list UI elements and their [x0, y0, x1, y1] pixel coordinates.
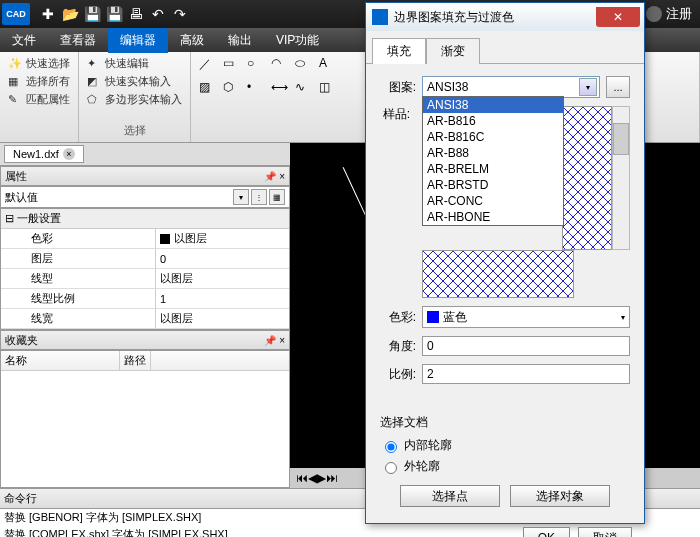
- quick-edit-btn[interactable]: ✦快速编辑: [87, 56, 182, 71]
- pattern-combo[interactable]: ANSI38 ▾ ANSI38 AR-B816 AR-B816C AR-B88 …: [422, 76, 600, 98]
- hatch-icon[interactable]: ▨: [199, 80, 217, 98]
- ellipse-icon[interactable]: ⬭: [295, 56, 313, 74]
- menu-viewer[interactable]: 查看器: [48, 28, 108, 53]
- prop-row[interactable]: 线型比例1: [1, 289, 289, 309]
- color-label: 色彩:: [380, 309, 416, 326]
- radio-inner[interactable]: 内部轮廓: [380, 437, 630, 454]
- preview-scrollbar[interactable]: [612, 106, 630, 250]
- props-section[interactable]: ⊟ 一般设置: [1, 209, 289, 229]
- menu-file[interactable]: 文件: [0, 28, 48, 53]
- fav-col-path[interactable]: 路径: [120, 351, 151, 370]
- select-all-btn[interactable]: ▦选择所有: [8, 74, 70, 89]
- chevron-down-icon[interactable]: ▾: [233, 189, 249, 205]
- ok-button[interactable]: OK: [523, 527, 570, 537]
- more-icon[interactable]: ▦: [269, 189, 285, 205]
- pick-objects-button[interactable]: 选择对象: [510, 485, 610, 507]
- combo-option[interactable]: AR-HBONE: [423, 209, 563, 225]
- dialog-body: 图案: ANSI38 ▾ ANSI38 AR-B816 AR-B816C AR-…: [366, 64, 644, 519]
- fav-col-name[interactable]: 名称: [1, 351, 120, 370]
- left-panel: New1.dxf × 属性 📌 × 默认值 ▾⋮▦ ⊟ 一般设置 色彩以图层 图…: [0, 143, 290, 488]
- pick-points-button[interactable]: 选择点: [400, 485, 500, 507]
- chevron-down-icon[interactable]: ▾: [621, 313, 625, 322]
- close-icon[interactable]: ×: [63, 148, 75, 160]
- fav-header: 收藏夹 📌 ×: [0, 330, 290, 350]
- prop-row[interactable]: 线型以图层: [1, 269, 289, 289]
- menu-advanced[interactable]: 高级: [168, 28, 216, 53]
- register-link[interactable]: 注册: [646, 5, 692, 23]
- radio-inner-input[interactable]: [385, 441, 397, 453]
- block-icon[interactable]: ◫: [319, 80, 337, 98]
- close-button[interactable]: ✕: [596, 7, 640, 27]
- poly-solid-btn[interactable]: ⬠多边形实体输入: [87, 92, 182, 107]
- print-icon[interactable]: 🖶: [126, 4, 146, 24]
- new-icon[interactable]: ✚: [38, 4, 58, 24]
- quick-select-btn[interactable]: ✨快速选择: [8, 56, 70, 71]
- poly-icon[interactable]: ⬡: [223, 80, 241, 98]
- tab-nav-next-icon[interactable]: ▶: [317, 471, 326, 485]
- props-default-combo[interactable]: 默认值 ▾⋮▦: [0, 186, 290, 208]
- combo-option[interactable]: AR-B816C: [423, 129, 563, 145]
- combo-option[interactable]: ANSI38: [423, 97, 563, 113]
- poly-icon: ⬠: [87, 93, 101, 107]
- dim-icon[interactable]: ⟷: [271, 80, 289, 98]
- dialog-icon: [372, 9, 388, 25]
- cancel-button[interactable]: 取消: [578, 527, 632, 537]
- match-props-btn[interactable]: ✎匹配属性: [8, 92, 70, 107]
- color-combo[interactable]: 蓝色 ▾: [422, 306, 630, 328]
- solid-icon: ◩: [87, 75, 101, 89]
- filetab[interactable]: New1.dxf ×: [4, 145, 84, 163]
- saveas-icon[interactable]: 💾: [104, 4, 124, 24]
- browse-button[interactable]: ...: [606, 76, 630, 98]
- combo-option[interactable]: AR-BRSTD: [423, 177, 563, 193]
- tab-nav-last-icon[interactable]: ⏭: [326, 471, 338, 485]
- filter-icon[interactable]: ⋮: [251, 189, 267, 205]
- rect-icon[interactable]: ▭: [223, 56, 241, 74]
- arc-icon[interactable]: ◠: [271, 56, 289, 74]
- doc-group-title: 选择文档: [380, 414, 630, 431]
- sample-label: 样品:: [380, 106, 410, 123]
- quick-solid-btn[interactable]: ◩快速实体输入: [87, 74, 182, 89]
- scale-label: 比例:: [380, 366, 416, 383]
- scale-input[interactable]: [422, 364, 630, 384]
- filetab-bar: New1.dxf ×: [0, 143, 290, 166]
- tab-fill[interactable]: 填充: [372, 38, 426, 64]
- select-icon: ▦: [8, 75, 22, 89]
- line-icon[interactable]: ／: [199, 56, 217, 74]
- pin-icon[interactable]: 📌 ×: [264, 335, 285, 346]
- chevron-down-icon[interactable]: ▾: [579, 78, 597, 96]
- combo-option[interactable]: AR-BRELM: [423, 161, 563, 177]
- svg-rect-1: [423, 251, 573, 297]
- color-value: 蓝色: [443, 309, 467, 326]
- tab-nav-first-icon[interactable]: ⏮: [296, 471, 308, 485]
- menu-editor[interactable]: 编辑器: [108, 28, 168, 53]
- radio-outer-input[interactable]: [385, 462, 397, 474]
- dialog-title: 边界图案填充与过渡色: [394, 9, 514, 26]
- dialog-titlebar[interactable]: 边界图案填充与过渡色 ✕: [366, 3, 644, 31]
- pattern-value: ANSI38: [427, 80, 468, 94]
- radio-outer[interactable]: 外轮廓: [380, 458, 630, 475]
- tab-gradient[interactable]: 渐变: [426, 38, 480, 64]
- spline-icon[interactable]: ∿: [295, 80, 313, 98]
- pin-icon[interactable]: 📌 ×: [264, 171, 285, 182]
- angle-input[interactable]: [422, 336, 630, 356]
- combo-option[interactable]: AR-CONC: [423, 193, 563, 209]
- menu-vip[interactable]: VIP功能: [264, 28, 331, 53]
- text-icon[interactable]: A: [319, 56, 337, 74]
- menu-output[interactable]: 输出: [216, 28, 264, 53]
- register-label: 注册: [666, 5, 692, 23]
- fav-panel: 名称 路径: [0, 350, 290, 488]
- point-icon[interactable]: •: [247, 80, 265, 98]
- save-icon[interactable]: 💾: [82, 4, 102, 24]
- circle-icon[interactable]: ○: [247, 56, 265, 74]
- scroll-thumb[interactable]: [613, 123, 629, 155]
- redo-icon[interactable]: ↷: [170, 4, 190, 24]
- combo-option[interactable]: AR-B816: [423, 113, 563, 129]
- undo-icon[interactable]: ↶: [148, 4, 168, 24]
- prop-row[interactable]: 色彩以图层: [1, 229, 289, 249]
- match-icon: ✎: [8, 93, 22, 107]
- prop-row[interactable]: 图层0: [1, 249, 289, 269]
- open-icon[interactable]: 📂: [60, 4, 80, 24]
- prop-row[interactable]: 线宽以图层: [1, 309, 289, 329]
- tab-nav-prev-icon[interactable]: ◀: [308, 471, 317, 485]
- combo-option[interactable]: AR-B88: [423, 145, 563, 161]
